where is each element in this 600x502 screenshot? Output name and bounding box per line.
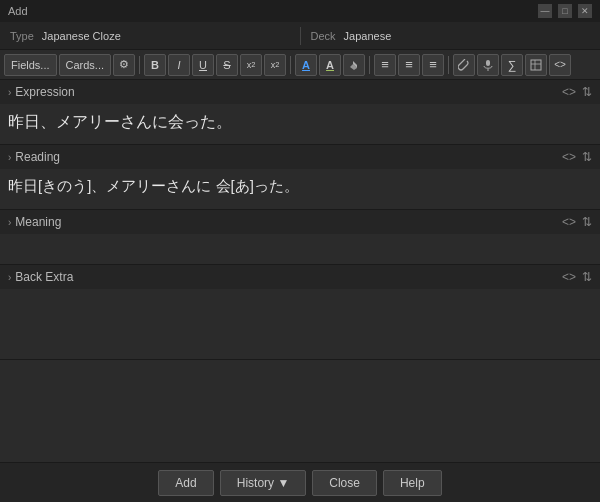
reading-section: › Reading <> ⇅ 昨日[きのう]、メアリーさんに 会[あ]った。 — [0, 145, 600, 210]
meaning-code-btn[interactable]: <> — [562, 215, 576, 229]
toolbar-separator-1 — [139, 56, 140, 74]
meaning-section: › Meaning <> ⇅ — [0, 210, 600, 265]
expression-content[interactable]: 昨日、メアリーさんに会った。 — [0, 104, 600, 144]
main-content: › Expression <> ⇅ 昨日、メアリーさんに会った。 › Readi… — [0, 80, 600, 462]
type-value[interactable]: Japanese Cloze — [42, 30, 121, 42]
toolbar-separator-2 — [290, 56, 291, 74]
reading-header-right: <> ⇅ — [562, 150, 592, 164]
deck-value[interactable]: Japanese — [344, 30, 392, 42]
window-title: Add — [8, 5, 28, 17]
history-button[interactable]: History ▼ — [220, 470, 307, 496]
gear-button[interactable]: ⚙ — [113, 54, 135, 76]
underline-button[interactable]: U — [192, 54, 214, 76]
reading-label: Reading — [15, 150, 60, 164]
bottom-bar: Add History ▼ Close Help — [0, 462, 600, 502]
font-color-button[interactable]: A — [295, 54, 317, 76]
back-extra-code-btn[interactable]: <> — [562, 270, 576, 284]
fields-button[interactable]: Fields... — [4, 54, 57, 76]
meaning-sort-btn[interactable]: ⇅ — [582, 215, 592, 229]
meaning-label: Meaning — [15, 215, 61, 229]
type-label: Type — [10, 30, 34, 42]
unordered-list-button[interactable]: ≡ — [374, 54, 396, 76]
expression-header-left: › Expression — [8, 85, 75, 99]
expression-label: Expression — [15, 85, 74, 99]
expression-section: › Expression <> ⇅ 昨日、メアリーさんに会った。 — [0, 80, 600, 145]
meaning-content[interactable] — [0, 234, 600, 264]
table-button[interactable] — [525, 54, 547, 76]
ordered-list-button[interactable]: ≡ — [398, 54, 420, 76]
back-extra-content[interactable] — [0, 289, 600, 359]
microphone-icon — [482, 59, 494, 71]
back-extra-header-left: › Back Extra — [8, 270, 73, 284]
maximize-button[interactable]: □ — [558, 4, 572, 18]
highlight-button[interactable]: A — [319, 54, 341, 76]
meaning-header: › Meaning <> ⇅ — [0, 210, 600, 234]
expression-chevron: › — [8, 87, 11, 98]
record-button[interactable] — [477, 54, 499, 76]
close-window-button[interactable]: ✕ — [578, 4, 592, 18]
toolbar-separator-4 — [448, 56, 449, 74]
highlight-label: A — [326, 59, 334, 71]
align-button[interactable]: ≡ — [422, 54, 444, 76]
reading-sort-btn[interactable]: ⇅ — [582, 150, 592, 164]
meaning-chevron: › — [8, 217, 11, 228]
expression-text: 昨日、メアリーさんに会った。 — [8, 113, 232, 130]
font-color-label: A — [302, 59, 310, 71]
type-section: Type Japanese Cloze — [0, 30, 300, 42]
expression-code-btn[interactable]: <> — [562, 85, 576, 99]
type-deck-row: Type Japanese Cloze Deck Japanese — [0, 22, 600, 50]
reading-header: › Reading <> ⇅ — [0, 145, 600, 169]
eraser-icon — [348, 59, 360, 71]
code-button[interactable]: <> — [549, 54, 571, 76]
minimize-button[interactable]: — — [538, 4, 552, 18]
attach-button[interactable] — [453, 54, 475, 76]
back-extra-header-right: <> ⇅ — [562, 270, 592, 284]
table-icon — [530, 59, 542, 71]
toolbar-separator-3 — [369, 56, 370, 74]
help-button[interactable]: Help — [383, 470, 442, 496]
reading-code-btn[interactable]: <> — [562, 150, 576, 164]
back-extra-chevron: › — [8, 272, 11, 283]
reading-header-left: › Reading — [8, 150, 60, 164]
close-button[interactable]: Close — [312, 470, 377, 496]
deck-label: Deck — [311, 30, 336, 42]
superscript-button[interactable]: x2 — [240, 54, 262, 76]
paperclip-icon — [458, 59, 470, 71]
back-extra-header: › Back Extra <> ⇅ — [0, 265, 600, 289]
cards-button[interactable]: Cards... — [59, 54, 112, 76]
window-controls: — □ ✕ — [538, 4, 592, 18]
bold-button[interactable]: B — [144, 54, 166, 76]
expression-sort-btn[interactable]: ⇅ — [582, 85, 592, 99]
eraser-button[interactable] — [343, 54, 365, 76]
back-extra-section: › Back Extra <> ⇅ — [0, 265, 600, 360]
deck-section: Deck Japanese — [301, 30, 601, 42]
meaning-header-right: <> ⇅ — [562, 215, 592, 229]
add-button[interactable]: Add — [158, 470, 213, 496]
expression-header: › Expression <> ⇅ — [0, 80, 600, 104]
subscript-button[interactable]: x2 — [264, 54, 286, 76]
back-extra-sort-btn[interactable]: ⇅ — [582, 270, 592, 284]
expression-header-right: <> ⇅ — [562, 85, 592, 99]
toolbar: Fields... Cards... ⚙ B I U S x2 x2 A A ≡… — [0, 50, 600, 80]
svg-rect-2 — [486, 60, 490, 66]
reading-text: 昨日[きのう]、メアリーさんに 会[あ]った。 — [8, 177, 299, 194]
meaning-header-left: › Meaning — [8, 215, 61, 229]
reading-content[interactable]: 昨日[きのう]、メアリーさんに 会[あ]った。 — [0, 169, 600, 209]
strikethrough-button[interactable]: S — [216, 54, 238, 76]
equation-button[interactable]: ∑ — [501, 54, 523, 76]
reading-chevron: › — [8, 152, 11, 163]
title-bar: Add — □ ✕ — [0, 0, 600, 22]
svg-rect-4 — [531, 60, 541, 70]
back-extra-label: Back Extra — [15, 270, 73, 284]
italic-button[interactable]: I — [168, 54, 190, 76]
